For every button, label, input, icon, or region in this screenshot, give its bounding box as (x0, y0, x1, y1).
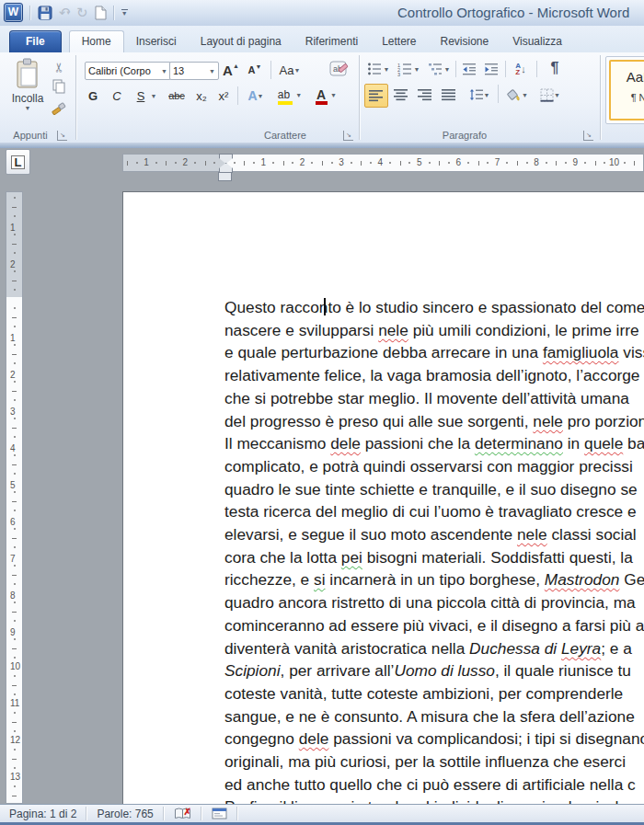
ruler-tick (244, 161, 245, 166)
text-segment: passioni che la (361, 434, 475, 453)
ruler-number: 5 (10, 480, 16, 490)
divider (237, 86, 238, 105)
horizontal-ruler[interactable]: 2112345678910 (122, 154, 644, 172)
ruler-tick (12, 281, 17, 281)
change-case-button[interactable]: Aa▼ (276, 60, 304, 80)
paragraph-dialog-launcher-icon[interactable]: ↘ (583, 131, 593, 141)
font-size-combo[interactable]: 13 ▼ (169, 62, 219, 80)
misspelled-word: Mastrodon (545, 570, 620, 589)
ruler-number: 10 (10, 661, 20, 671)
align-left-button[interactable] (364, 84, 388, 108)
ruler-number: 8 (10, 590, 16, 601)
tab-lettere[interactable]: Lettere (370, 31, 428, 52)
font-dialog-launcher-icon[interactable]: ↘ (343, 131, 353, 141)
ruler-tick (14, 289, 16, 291)
tab-file[interactable]: File (9, 30, 62, 52)
superscript-button[interactable]: x² (213, 86, 234, 106)
grammar-flagged-word: pei (341, 548, 362, 567)
ruler-tick (175, 162, 177, 164)
align-center-button[interactable] (390, 84, 412, 106)
clipboard-dialog-launcher-icon[interactable]: ↘ (57, 131, 67, 141)
align-right-button[interactable] (414, 84, 436, 106)
multilevel-list-button[interactable] (426, 60, 444, 78)
customize-qat-icon[interactable]: ▼ (121, 9, 128, 17)
show-paragraph-marks-button[interactable]: ¶ (545, 58, 565, 78)
ruler-tick (361, 161, 362, 166)
sort-button[interactable]: A Z ↓ (510, 60, 532, 78)
align-left-icon (369, 89, 384, 102)
tab-riferimenti[interactable]: Riferimenti (293, 31, 370, 52)
strikethrough-button[interactable]: abc (164, 86, 190, 106)
increase-indent-button[interactable] (482, 60, 500, 78)
cut-icon[interactable]: ✂ (52, 58, 66, 73)
italic-button[interactable]: C (107, 86, 127, 106)
line-spacing-button[interactable]: ▼ (466, 84, 493, 106)
tab-visualizza[interactable]: Visualizza (500, 31, 574, 52)
justify-button[interactable] (438, 84, 460, 106)
text-segment: sangue, e ne è consunto. A misura che la… (224, 707, 635, 726)
text-line: diventerà vanità aristocratica nella Duc… (224, 637, 644, 660)
tab-inserisci[interactable]: Inserisci (124, 31, 189, 52)
decrease-indent-button[interactable] (460, 60, 478, 78)
clear-formatting-button[interactable]: ab (328, 58, 351, 80)
save-icon[interactable] (38, 6, 52, 20)
grammar-flagged-word: si (314, 570, 325, 589)
bullets-button[interactable] (365, 60, 384, 78)
proofing-errors-button[interactable]: ✗ (165, 807, 201, 820)
shading-button[interactable]: ▼ (503, 84, 531, 106)
format-painter-icon[interactable] (52, 100, 66, 115)
redo-icon[interactable]: ↻ (76, 6, 88, 20)
numbering-button[interactable]: 123 (396, 60, 414, 78)
borders-button[interactable]: ▼ (536, 84, 564, 106)
page-count-status[interactable]: Pagina: 1 di 2 (0, 808, 86, 820)
style-normal-chip[interactable]: AaBb ¶ Nor (609, 60, 644, 120)
word-count-status[interactable]: Parole: 765 (87, 808, 162, 820)
text-segment: Uomo di lusso (394, 661, 495, 680)
numbering-dropdown-icon[interactable]: ▼ (412, 60, 421, 78)
undo-button[interactable]: ↶ ▾ (59, 6, 70, 20)
font-color-button[interactable]: A ▼ (313, 84, 340, 106)
ruler-tick (331, 162, 333, 164)
text-segment: diventerà vanità aristocratica nella (224, 639, 469, 658)
ruler-tick (12, 428, 17, 429)
shrink-font-button[interactable]: A▼ (245, 60, 265, 80)
copy-icon[interactable] (52, 79, 66, 94)
misspelled-word: dele (299, 729, 329, 748)
ruler-tick (429, 162, 431, 164)
word-logo-icon[interactable]: W (4, 3, 23, 22)
text-segment: ; e a (601, 639, 632, 658)
paste-button[interactable]: Incolla ▼ (6, 57, 50, 131)
shading-icon (506, 88, 522, 102)
grow-font-button[interactable]: A▲ (221, 60, 241, 80)
text-line: quadro le sue tinte schiette e tranquill… (224, 478, 644, 501)
left-indent-marker[interactable] (218, 172, 232, 181)
subscript-button[interactable]: x₂ (191, 86, 212, 106)
new-document-icon[interactable] (95, 6, 107, 20)
font-name-combo[interactable]: Calibri (Corpo ▼ (85, 62, 171, 80)
misspelled-word: quele (584, 434, 623, 453)
ruler-number: 1 (144, 157, 149, 167)
text-effects-button[interactable]: A▼ (245, 86, 267, 106)
macro-panel-button[interactable] (202, 808, 236, 819)
window-title: Controllo Ortografico - Microsoft Word (397, 5, 629, 20)
underline-button[interactable]: S (131, 86, 151, 106)
ruler-tick (14, 418, 16, 419)
ruler-tick (506, 162, 508, 164)
underline-dropdown-icon[interactable]: ▼ (149, 86, 158, 106)
vertical-ruler[interactable]: 2112345678910111213 (6, 191, 23, 804)
line-spacing-icon (469, 88, 484, 101)
text-segment: , per arrivare all’ (281, 661, 395, 680)
tab-home[interactable]: Home (69, 30, 124, 52)
ruler-tick (12, 612, 17, 613)
tab-revisione[interactable]: Revisione (429, 31, 501, 52)
document-page[interactable]: Questo racconto è lo studio sincero e sp… (122, 191, 644, 825)
bold-button[interactable]: G (83, 86, 103, 106)
text-line: congegno dele passioni va complicandosi;… (224, 728, 644, 751)
status-bar: Pagina: 1 di 2 Parole: 765 ✗ (0, 804, 644, 825)
bullets-dropdown-icon[interactable]: ▼ (382, 60, 391, 78)
multilevel-dropdown-icon[interactable]: ▼ (443, 60, 452, 78)
tab-layout-di-pagina[interactable]: Layout di pagina (189, 31, 293, 52)
tab-selector-button[interactable]: L (6, 149, 30, 175)
text-line: Scipioni, per arrivare all’Uomo di lusso… (224, 659, 644, 682)
text-highlight-button[interactable]: ab ▼ (276, 84, 304, 106)
